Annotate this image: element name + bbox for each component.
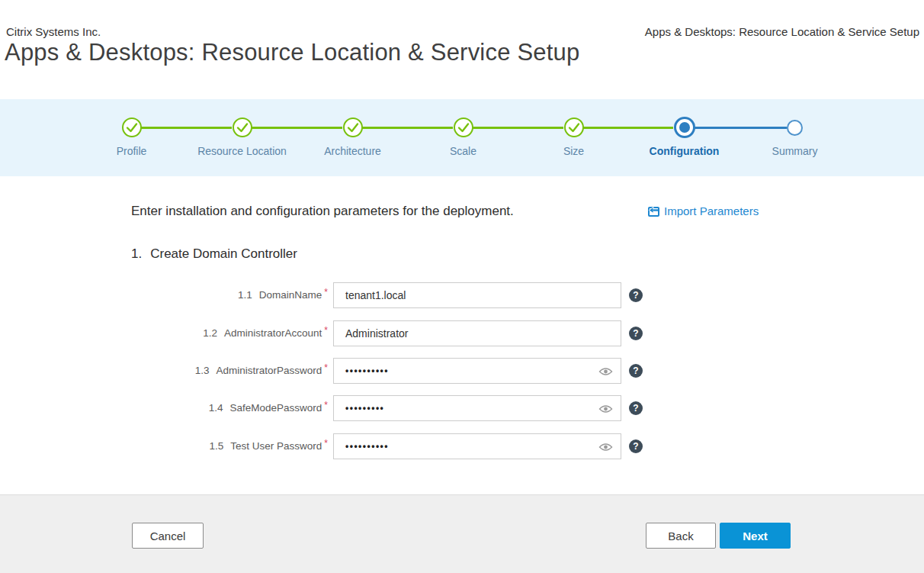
section-title: Create Domain Controller: [150, 246, 297, 261]
show-password-eye-icon[interactable]: [598, 442, 613, 452]
field-index: 1.5: [210, 440, 224, 452]
field-name: Test User Password: [230, 440, 322, 452]
show-password-eye-icon[interactable]: [598, 404, 613, 414]
step-resource-location[interactable]: Resource Location: [187, 99, 297, 175]
step-label: Architecture: [297, 145, 408, 157]
window-title: Apps & Desktops: Resource Location & Ser…: [645, 25, 919, 38]
required-marker: *: [324, 438, 328, 449]
field-name: AdministratorAccount: [224, 327, 322, 339]
step-label: Scale: [408, 145, 518, 157]
form-row-administratorpassword: 1.3AdministratorPassword* ?: [0, 358, 924, 384]
show-password-eye-icon[interactable]: [598, 366, 613, 377]
step-completed-check-icon: [454, 117, 473, 137]
field-index: 1.3: [195, 365, 210, 376]
testuserpassword-input-box: [333, 433, 621, 459]
step-completed-check-icon: [564, 117, 584, 137]
section-number: 1.: [131, 246, 142, 261]
form-row-administratoraccount: 1.2AdministratorAccount* ?: [0, 320, 924, 346]
footer: Cancel Back Next: [0, 494, 924, 573]
step-current-icon: [674, 117, 695, 138]
section-heading: 1.Create Domain Controller: [131, 246, 297, 262]
page-title: Apps & Desktops: Resource Location & Ser…: [5, 39, 579, 66]
step-scale[interactable]: Scale: [408, 99, 518, 175]
step-upcoming-icon: [787, 120, 803, 136]
required-marker: *: [324, 400, 328, 410]
import-icon: [647, 205, 660, 217]
step-size[interactable]: Size: [518, 99, 629, 175]
safemodepassword-input[interactable]: [334, 396, 621, 420]
import-parameters-link[interactable]: Import Parameters: [647, 204, 759, 217]
step-label: Size: [518, 145, 629, 157]
administratorpassword-input-box: [333, 358, 621, 384]
testuserpassword-input[interactable]: [334, 434, 621, 459]
help-icon[interactable]: ?: [629, 327, 643, 340]
step-completed-check-icon: [343, 117, 363, 137]
field-label: 1.5Test User Password*: [0, 433, 328, 459]
administratoraccount-input-box: [333, 320, 621, 346]
form-row-testuserpassword: 1.5Test User Password* ?: [0, 433, 924, 459]
safemodepassword-input-box: [333, 395, 621, 421]
import-parameters-label: Import Parameters: [664, 204, 759, 217]
help-icon[interactable]: ?: [629, 401, 643, 415]
next-button[interactable]: Next: [720, 523, 791, 549]
required-marker: *: [324, 287, 328, 298]
step-completed-check-icon: [233, 117, 252, 137]
wizard-page: Citrix Systems Inc. Apps & Desktops: Res…: [0, 0, 924, 573]
step-profile[interactable]: Profile: [76, 99, 187, 175]
field-index: 1.2: [203, 327, 217, 339]
field-index: 1.4: [209, 402, 223, 414]
field-name: SafeModePassword: [230, 402, 322, 414]
field-label: 1.1DomainName*: [0, 282, 328, 308]
administratoraccount-input[interactable]: [334, 321, 621, 346]
form-row-safemodepassword: 1.4SafeModePassword* ?: [0, 395, 924, 421]
domainname-input[interactable]: [334, 283, 621, 307]
domainname-input-box: [333, 282, 621, 308]
company-name: Citrix Systems Inc.: [6, 25, 101, 38]
step-label: Summary: [740, 145, 850, 157]
help-icon[interactable]: ?: [629, 364, 643, 378]
header: Citrix Systems Inc. Apps & Desktops: Res…: [0, 0, 924, 99]
help-icon[interactable]: ?: [629, 288, 643, 302]
step-label: Profile: [76, 145, 187, 157]
form-row-domainname: 1.1DomainName* ?: [0, 282, 924, 308]
stepper: Profile Resource Location Architecture S…: [0, 99, 924, 176]
instruction-text: Enter installation and configuration par…: [131, 204, 514, 219]
step-label: Configuration: [629, 145, 740, 157]
step-summary[interactable]: Summary: [740, 99, 850, 175]
field-name: DomainName: [259, 289, 322, 301]
step-configuration[interactable]: Configuration: [629, 99, 740, 175]
help-icon[interactable]: ?: [629, 439, 643, 453]
cancel-button[interactable]: Cancel: [132, 523, 204, 549]
field-name: AdministratorPassword: [217, 365, 322, 376]
step-architecture[interactable]: Architecture: [297, 99, 408, 175]
required-marker: *: [324, 362, 328, 373]
back-button[interactable]: Back: [646, 523, 716, 549]
administratorpassword-input[interactable]: [334, 359, 621, 383]
step-completed-check-icon: [122, 117, 142, 137]
field-label: 1.3AdministratorPassword*: [0, 358, 328, 384]
field-label: 1.2AdministratorAccount*: [0, 320, 328, 346]
required-marker: *: [324, 325, 328, 336]
step-label: Resource Location: [187, 145, 297, 157]
field-index: 1.1: [238, 289, 252, 301]
field-label: 1.4SafeModePassword*: [0, 395, 328, 421]
